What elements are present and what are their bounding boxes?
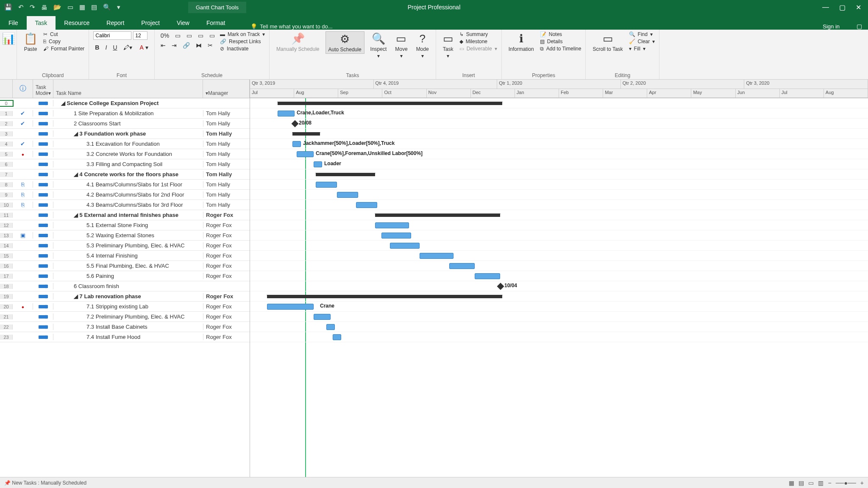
information-button[interactable]: ℹInformation <box>506 31 537 53</box>
task-row[interactable]: 175.6 PainingRoger Fox <box>0 271 250 281</box>
indent-button[interactable]: ⇥ <box>170 41 178 50</box>
copy-button[interactable]: ⎘ Copy <box>43 39 84 44</box>
fontcolor-button[interactable]: A▾ <box>136 43 150 52</box>
undo-icon[interactable]: ↶ <box>18 3 24 11</box>
task-row[interactable]: 63.3 Filling and Compacting SoilTom Hall… <box>0 159 250 169</box>
task-row[interactable]: 11◢ 5 External and internal finishes pha… <box>0 210 250 220</box>
italic-button[interactable]: I <box>103 43 108 52</box>
pct100-button[interactable]: ▭ <box>208 31 217 40</box>
task-row[interactable]: 217.2 Preliminary Plumbing, Elec. & HVAC… <box>0 312 250 322</box>
pct0-button[interactable]: 0% <box>159 31 171 40</box>
summary-button[interactable]: ↳ Summary <box>459 31 497 37</box>
task-table[interactable]: 0◢ Science College Expansion Project1✔1 … <box>0 98 250 477</box>
tell-me[interactable]: 💡 Tell me what you want to do... <box>250 23 332 30</box>
task-row[interactable]: 186 Classroom finish <box>0 281 250 291</box>
new-icon[interactable]: ▭ <box>67 3 73 11</box>
tab-task[interactable]: Task <box>27 16 56 30</box>
tab-project[interactable]: Project <box>133 16 168 30</box>
zoom-icon[interactable]: 🔍 <box>103 3 111 11</box>
view2-icon[interactable]: ▤ <box>798 480 804 486</box>
deliverable-button[interactable]: ▭ Deliverable ▾ <box>459 46 497 52</box>
respect-links-button[interactable]: 🔗 Respect Links <box>220 39 265 44</box>
tab-format[interactable]: Format <box>198 16 234 30</box>
new-tasks-mode[interactable]: 📌 New Tasks : Manually Scheduled <box>4 480 86 486</box>
link-button[interactable]: 🔗 <box>181 41 192 50</box>
more-icon[interactable]: ▾ <box>117 3 120 11</box>
pct25-button[interactable]: ▭ <box>173 31 182 40</box>
mode-button[interactable]: ?Mode▾ <box>414 31 431 60</box>
tab-file[interactable]: File <box>0 16 27 30</box>
font-size-input[interactable] <box>133 31 147 40</box>
task-row[interactable]: 13▣5.2 Waxing External StonesRoger Fox <box>0 230 250 241</box>
gantt-view-button[interactable]: 📊 <box>4 31 12 46</box>
find-button[interactable]: 🔍 Find ▾ <box>629 31 655 37</box>
format-painter-button[interactable]: 🖌 Format Painter <box>43 46 84 52</box>
task-row[interactable]: 3◢ 3 Foundation work phaseTom Hally <box>0 129 250 139</box>
zoom-out-icon[interactable]: − <box>828 480 831 486</box>
task-row[interactable]: 8⎘4.1 Beams/Columns/Slabs for 1st FloorT… <box>0 180 250 190</box>
inactivate-button[interactable]: ⊘ Inactivate <box>220 46 265 52</box>
save-icon[interactable]: 💾 <box>4 3 12 11</box>
details-button[interactable]: ▤ Details <box>540 39 581 44</box>
print-icon[interactable]: 🖶 <box>41 4 47 11</box>
bold-button[interactable]: B <box>93 43 101 52</box>
task-row[interactable]: 165.5 Final Plumbing, Elec. & HVACRoger … <box>0 261 250 271</box>
task-row[interactable]: 20⬥7.1 Stripping existing LabRoger Fox <box>0 302 250 312</box>
font-name-input[interactable] <box>93 31 131 40</box>
outdent-button[interactable]: ⇤ <box>159 41 167 50</box>
task-row[interactable]: 0◢ Science College Expansion Project <box>0 98 250 108</box>
zoom-in-icon[interactable]: + <box>860 480 864 486</box>
fill-button[interactable]: ▾ Fill ▾ <box>629 46 655 52</box>
redo-icon[interactable]: ↷ <box>30 3 35 11</box>
view1-icon[interactable]: ▦ <box>789 480 794 486</box>
collapse-ribbon-icon[interactable]: ▢ <box>857 23 868 30</box>
gantt-chart[interactable]: Crane,Loader,Truck20/08Jackhammer[50%],L… <box>250 98 868 477</box>
cut-button[interactable]: ✂ Cut <box>43 31 84 37</box>
task-row[interactable]: 145.3 Preliminary Plumbing, Elec. & HVAC… <box>0 241 250 251</box>
task-row[interactable]: 10⎘4.3 Beams/Columns/Slabs for 3rd Floor… <box>0 200 250 210</box>
cal-icon[interactable]: ▤ <box>91 3 97 11</box>
tab-view[interactable]: View <box>168 16 198 30</box>
pct50-button[interactable]: ▭ <box>185 31 194 40</box>
task-row[interactable]: 237.4 Install Fume HoodRoger Fox <box>0 332 250 342</box>
task-row[interactable]: 4✔3.1 Excavation for FoundationTom Hally <box>0 139 250 149</box>
clear-button[interactable]: 🧹 Clear ▾ <box>629 39 655 44</box>
view4-icon[interactable]: ▥ <box>818 480 823 486</box>
mark-on-track-button[interactable]: ▬ Mark on Track ▾ <box>220 31 265 37</box>
task-row[interactable]: 19◢ 7 Lab renovation phaseRoger Fox <box>0 291 250 302</box>
task-row[interactable]: 5⬥3.2 Concrete Works for FoundationTom H… <box>0 149 250 159</box>
inspect-button[interactable]: 🔍Inspect▾ <box>368 31 389 60</box>
win-icon[interactable]: ▦ <box>79 3 85 11</box>
tab-report[interactable]: Report <box>98 16 133 30</box>
zoom-slider[interactable]: ──●── <box>836 480 856 486</box>
task-row[interactable]: 1✔1 Site Preparation & MobilizationTom H… <box>0 108 250 119</box>
scroll-to-task-button[interactable]: ▭Scroll to Task <box>590 31 625 53</box>
task-row[interactable]: 2✔2 Classrooms StartTom Hally <box>0 119 250 129</box>
pct75-button[interactable]: ▭ <box>196 31 205 40</box>
task-row[interactable]: 9⎘4.2 Beams/Columns/Slabs for 2nd FloorT… <box>0 190 250 200</box>
split-button[interactable]: ✂ <box>206 41 214 50</box>
statusbar: 📌 New Tasks : Manually Scheduled ▦ ▤ ▭ ▥… <box>0 477 868 488</box>
underline-button[interactable]: U <box>111 43 119 52</box>
move-button[interactable]: ▭Move▾ <box>392 31 410 60</box>
paste-button[interactable]: 📋Paste <box>21 31 40 53</box>
add-timeline-button[interactable]: ⧉ Add to Timeline <box>540 46 581 52</box>
manually-schedule-button[interactable]: 📌Manually Schedule <box>274 31 322 53</box>
auto-schedule-button[interactable]: ⚙Auto Schedule <box>326 31 364 54</box>
task-row[interactable]: 7◢ 4 Concrete works for the floors phase… <box>0 169 250 180</box>
task-row[interactable]: 125.1 External Stone FixingRoger Fox <box>0 220 250 230</box>
task-row[interactable]: 155.4 Internal FinishingRoger Fox <box>0 251 250 261</box>
maximize-icon[interactable]: ▢ <box>839 3 846 11</box>
close-icon[interactable]: ✕ <box>856 3 861 11</box>
bgcolor-button[interactable]: 🖍▾ <box>122 43 134 52</box>
tab-resource[interactable]: Resource <box>56 16 98 30</box>
task-row[interactable]: 227.3 Install Base CabinetsRoger Fox <box>0 322 250 332</box>
notes-button[interactable]: 📝 Notes <box>540 31 581 37</box>
minimize-icon[interactable]: — <box>822 3 829 11</box>
milestone-button[interactable]: ◆ Milestone <box>459 39 497 44</box>
sign-in[interactable]: Sign in <box>823 23 857 30</box>
open-icon[interactable]: 📂 <box>53 3 61 11</box>
task-insert-button[interactable]: ▭Task▾ <box>440 31 456 60</box>
unlink-button[interactable]: ⧓ <box>194 41 203 50</box>
view3-icon[interactable]: ▭ <box>808 480 814 486</box>
